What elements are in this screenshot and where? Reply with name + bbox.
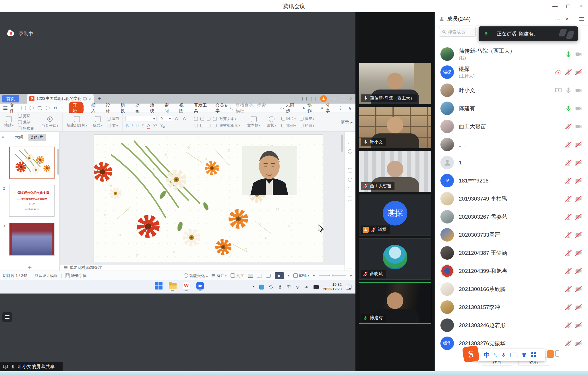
outline-tab[interactable]: 大纲 [13,134,25,141]
strikethrough-button[interactable]: S [142,123,144,128]
close-tab-icon[interactable]: × [89,96,91,101]
panel-menu-icon[interactable] [579,17,584,21]
arrange-button[interactable]: 排列 [281,123,296,128]
find-icon[interactable] [46,106,50,110]
ime-punctuation-button[interactable]: °, [494,353,497,357]
align-left-icon[interactable] [194,124,198,127]
member-row[interactable]: 。。 [435,135,588,154]
canvas-scrollbar[interactable] [341,135,343,152]
slides-tab[interactable]: 幻灯片 [28,134,46,141]
align-right-icon[interactable] [207,124,210,127]
wps-maximize-icon[interactable] [341,97,345,101]
panel-scrollbar[interactable] [57,149,59,175]
new-tab-button[interactable]: + [98,96,101,102]
wps-menu-tab[interactable]: 会员专享 [215,103,229,114]
wps-minimize-icon[interactable]: — [332,96,336,101]
tray-mic-icon[interactable] [278,285,283,289]
notes-bar[interactable]: 单击此处添加备注 [60,264,345,271]
present-tools-label[interactable]: 演示 [341,120,349,125]
tab-list-icon[interactable] [311,97,316,101]
ime-indicator[interactable]: 中 [287,284,291,289]
collapse-ribbon-icon[interactable]: ∧ [348,106,351,111]
superscript-button[interactable]: X² [153,123,157,128]
underline-button[interactable]: U [136,123,139,128]
member-row[interactable]: 2019303749 李柏禹 [435,190,588,208]
paste-button[interactable]: 粘贴 [3,116,15,128]
slide-thumbnail-3[interactable] [9,223,55,256]
zoom-slider[interactable] [319,275,346,276]
picture-button[interactable]: 图片 [281,116,296,121]
minimize-button[interactable]: — [548,0,562,12]
wps-menu-tab[interactable]: 插入 [91,103,98,114]
video-tile[interactable]: 叶小文 [359,107,431,148]
file-menu[interactable]: 文件 [10,103,18,114]
member-row[interactable]: 陈建有 [435,99,588,117]
close-button[interactable]: × [575,0,588,12]
zoom-slider-knob[interactable] [329,274,333,277]
indent-increase-icon[interactable] [213,117,217,121]
action-center-icon[interactable] [346,285,351,289]
wps-menu-tab[interactable]: 审阅 [165,103,171,114]
side-tool-icon[interactable] [348,168,352,172]
panel-more-icon[interactable]: ··· [554,16,560,22]
save-icon[interactable] [22,106,26,110]
member-row[interactable]: 2021300166蔡欣鹏 [435,280,588,298]
section-button[interactable]: 节 [107,123,119,128]
ime-skin-icon[interactable] [521,352,527,358]
zoom-in-button[interactable]: + [350,273,352,278]
wps-app-button[interactable]: W [182,282,191,292]
layout-button[interactable]: 版式 [92,116,104,128]
bold-button[interactable]: B [125,123,129,128]
zoom-out-button[interactable]: − [313,273,315,278]
tray-expand-icon[interactable]: ∧ [252,285,255,289]
ime-toolbox-icon[interactable] [531,352,536,357]
ime-mode-button[interactable]: 中 [484,351,490,359]
member-row[interactable]: 2020303267-孟姿艺 [435,208,588,226]
meeting-app-button[interactable] [196,282,204,292]
video-tile[interactable]: 蒲传新-马院（西工大） [359,63,431,104]
zoom-level[interactable]: 62%▾ [293,273,309,278]
sync-status[interactable]: 未同步 [280,103,296,114]
font-family-combo[interactable]: ▾ [125,116,156,121]
format-painter-button[interactable]: 格式刷 [18,126,34,131]
video-tile[interactable]: 西工大贺苗 [359,151,431,192]
template-name[interactable]: 默认设计模板 [35,273,58,278]
start-button[interactable] [154,282,163,292]
subscript-button[interactable]: X₂ [160,123,165,128]
numbering-icon[interactable] [200,117,204,121]
play-from-current-button[interactable]: 当页开始 [40,116,59,128]
member-row[interactable]: 2020303733周严 [435,226,588,244]
tray-cloud-icon[interactable] [268,285,273,289]
align-text-button[interactable]: 对齐文本 [219,116,236,121]
video-tile[interactable]: 谌探 谌探 [359,195,431,236]
ime-clipboard-icon[interactable] [555,350,559,357]
smart-shape-button[interactable]: 转智能图形 [219,123,240,128]
copy-button[interactable]: 复制 [18,120,34,125]
text-box-button[interactable]: 文本框 [246,116,262,128]
video-tile[interactable]: 陈建有 [359,282,431,324]
bullets-icon[interactable] [194,117,198,121]
maximize-button[interactable] [562,0,575,12]
expand-pane-icon[interactable]: ▸ [351,120,353,125]
member-row[interactable]: 谌探 谌探 (主持人) [435,63,588,81]
slide-thumbnail-1[interactable] [9,147,55,179]
file-explorer-button[interactable] [168,282,177,292]
reset-button[interactable]: 重置 [107,116,119,121]
side-tool-icon[interactable] [348,178,352,182]
missing-font-label[interactable]: 缺失字体 [71,273,87,278]
more-quick-icons[interactable]: » [61,106,63,110]
wps-account-avatar[interactable] [320,95,327,102]
export-icon[interactable] [30,106,34,110]
side-tool-icon[interactable] [348,159,352,163]
outline-button[interactable]: 轮廓 [300,123,314,128]
member-row[interactable]: 叶小文 [435,81,588,99]
more-menu-icon[interactable]: ⋮ [338,106,343,111]
wps-menu-tab[interactable]: 切换 [121,103,127,114]
member-row[interactable]: 2021204399-和旭冉 [435,262,588,280]
reading-view-icon[interactable] [266,274,271,278]
slideshow-play-button[interactable]: ▶ [275,272,284,279]
side-tool-icon[interactable] [348,149,352,154]
current-slide[interactable] [94,134,323,262]
increase-font-icon[interactable]: A⁺ [175,116,180,121]
beautify-button[interactable]: 智能美化▴ [184,273,208,278]
